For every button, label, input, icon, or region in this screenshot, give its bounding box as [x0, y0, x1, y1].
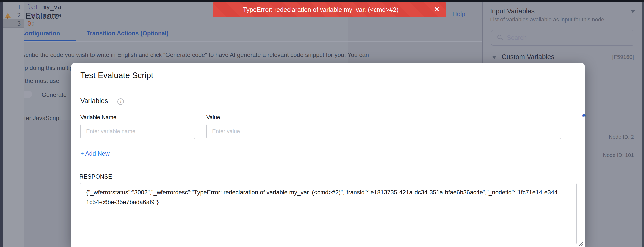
value-label: Value — [206, 114, 220, 120]
line-number: 1 — [4, 3, 24, 11]
variable-name-label: Variable Name — [80, 114, 116, 120]
token-number: 0 — [28, 20, 31, 27]
code-line: 0; — [28, 20, 35, 28]
right-app-edge — [642, 2, 644, 247]
value-input[interactable] — [206, 124, 561, 140]
flow-id-badge: [F59160] — [612, 54, 634, 60]
custom-variables-label[interactable]: Custom Variables — [502, 53, 554, 61]
warning-icon — [5, 13, 11, 18]
test-evaluate-script-modal: Test Evaluate Script Variables i Variabl… — [72, 63, 584, 247]
node-id-label: Node ID: 101 — [603, 152, 634, 158]
custom-variables-chevron-icon[interactable] — [492, 56, 497, 59]
help-link[interactable]: Help — [452, 10, 465, 18]
variable-search-box[interactable] — [491, 30, 634, 46]
response-output[interactable]: {"_wferrorstatus":"3002","_wferrordesc":… — [80, 183, 576, 244]
modal-title: Test Evaluate Script — [80, 70, 153, 80]
top-app-edge — [0, 0, 644, 2]
variables-heading: Variables — [80, 97, 108, 105]
node-id-label: Node ID: 2 — [609, 134, 634, 140]
tab-transition-actions[interactable]: Transition Actions (Optional) — [86, 30, 168, 37]
collapse-chevron-icon[interactable] — [630, 10, 635, 13]
search-icon — [498, 35, 502, 39]
sidebar-title: Input Variables — [490, 8, 535, 15]
editor-row-active[interactable]: 3 0; — [4, 20, 482, 28]
error-toast-message: TypeError: redeclaration of variable my_… — [243, 6, 416, 14]
toast-close-icon[interactable]: ✕ — [434, 6, 440, 14]
token-keyword: let — [28, 4, 39, 11]
app-window: </> Evaluate Configuration Transition Ac… — [0, 0, 644, 247]
search-input[interactable] — [507, 32, 627, 44]
variable-name-input[interactable] — [80, 124, 195, 140]
token-plain: my_va — [39, 4, 61, 11]
add-new-variable-button[interactable]: + Add New — [80, 150, 110, 157]
editor-gutter — [4, 2, 24, 247]
error-toast: TypeError: redeclaration of variable my_… — [213, 2, 446, 18]
line-number: 3 — [4, 20, 24, 28]
token-keyword: let — [28, 12, 39, 19]
code-line: let my_va — [28, 3, 61, 11]
tab-configuration[interactable]: Configuration — [21, 30, 60, 37]
sidebar-subtitle: List of variables available as input for… — [490, 16, 604, 23]
info-icon[interactable]: i — [117, 98, 124, 105]
generate-toggle-label: Generate — [42, 91, 67, 98]
resize-handle-icon[interactable] — [578, 241, 583, 246]
code-line: let my_va — [28, 11, 61, 20]
left-app-edge — [0, 2, 4, 247]
occluded-sidebar-fragment: e — [582, 111, 586, 119]
token-plain: ; — [31, 20, 35, 27]
token-plain: my_va — [39, 12, 61, 19]
tabs-divider — [4, 42, 482, 42]
response-label: RESPONSE — [80, 174, 112, 180]
